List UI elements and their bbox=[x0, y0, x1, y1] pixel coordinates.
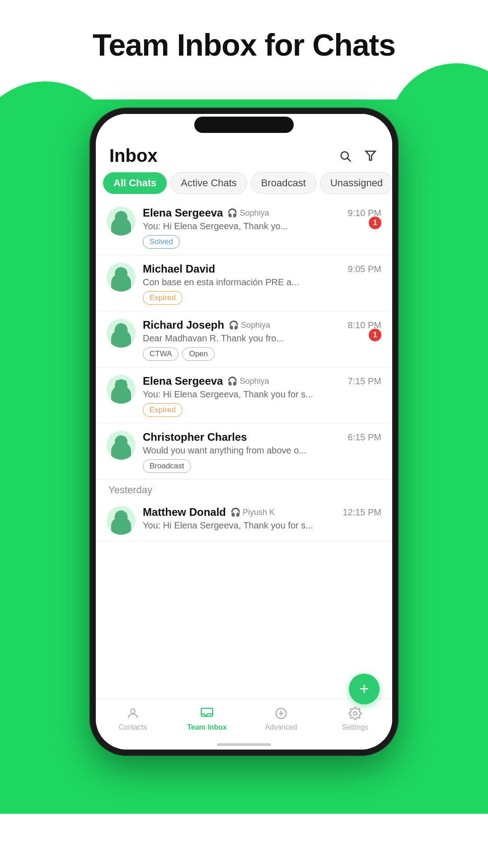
agent-badge: 🎧 Sophiya bbox=[229, 320, 270, 330]
headset-icon: 🎧 bbox=[227, 376, 237, 386]
nav-team-inbox[interactable]: Team Inbox bbox=[170, 703, 244, 733]
chat-top-row: Elena Sergeeva 🎧 Sophiya 7:15 PM bbox=[143, 375, 381, 387]
chat-message: Con base en esta información PRE a... bbox=[143, 277, 381, 288]
chat-name: Matthew Donald bbox=[143, 506, 226, 519]
chat-info: Michael David 9:05 PM Con base en esta i… bbox=[143, 263, 381, 305]
chat-name-row: Michael David bbox=[143, 263, 348, 275]
bg-bottom-left-circle bbox=[0, 705, 99, 832]
chat-tags: Expired bbox=[143, 291, 381, 305]
tag-ctwa: CTWA bbox=[143, 347, 178, 361]
tag-solved: Solved bbox=[143, 235, 180, 249]
chat-name: Elena Sergeeva bbox=[143, 207, 223, 219]
chat-top-row: Matthew Donald 🎧 Piyush K 12:15 PM bbox=[143, 506, 381, 519]
nav-contacts[interactable]: Contacts bbox=[96, 703, 170, 733]
chat-name-row: Matthew Donald 🎧 Piyush K bbox=[143, 506, 343, 519]
phone-frame: Inbox All C bbox=[90, 108, 398, 755]
chat-tags: Broadcast bbox=[143, 459, 381, 473]
tag-expired: Expired bbox=[143, 403, 183, 417]
chat-message: You: Hi Elena Sergeeva, Thank yo... bbox=[143, 221, 381, 231]
agent-badge: 🎧 Sophiya bbox=[227, 208, 269, 218]
notch bbox=[194, 117, 294, 133]
phone-screen: Inbox All C bbox=[96, 114, 392, 750]
chat-top-row: Richard Joseph 🎧 Sophiya 8:10 PM bbox=[143, 319, 381, 331]
avatar bbox=[107, 263, 136, 292]
filter-icon[interactable] bbox=[362, 148, 379, 164]
inbox-title: Inbox bbox=[109, 146, 158, 166]
screen-inner: Inbox All C bbox=[96, 114, 392, 750]
svg-marker-2 bbox=[366, 151, 375, 160]
avatar bbox=[107, 319, 136, 348]
tab-broadcast[interactable]: Broadcast bbox=[251, 172, 316, 194]
tab-active-chats[interactable]: Active Chats bbox=[170, 172, 247, 194]
tag-broadcast: Broadcast bbox=[143, 459, 191, 473]
advanced-icon bbox=[273, 705, 289, 722]
chat-name: Richard Joseph bbox=[143, 319, 224, 331]
avatar bbox=[107, 506, 136, 535]
tag-expired: Expired bbox=[143, 291, 183, 305]
chat-time: 7:15 PM bbox=[348, 376, 381, 387]
headset-icon: 🎧 bbox=[230, 507, 240, 517]
tab-all-chats[interactable]: All Chats bbox=[103, 172, 167, 194]
chat-list: Elena Sergeeva 🎧 Sophiya 9:10 PM You: Hi… bbox=[96, 199, 392, 698]
tab-unassigned[interactable]: Unassigned bbox=[320, 172, 392, 194]
bottom-nav: Contacts Team Inbox bbox=[96, 698, 392, 741]
chat-message: You: Hi Elena Sergeeva, Thank you for s.… bbox=[143, 520, 381, 531]
chat-item[interactable]: Christopher Charles 6:15 PM Would you wa… bbox=[96, 424, 392, 480]
chat-tags: CTWA Open bbox=[143, 347, 381, 361]
chat-name-row: Elena Sergeeva 🎧 Sophiya bbox=[143, 375, 348, 387]
agent-badge: 🎧 Piyush K bbox=[230, 507, 275, 517]
page-title: Team Inbox for Chats bbox=[0, 27, 488, 62]
agent-badge: 🎧 Sophiya bbox=[227, 376, 269, 386]
tabs-container: All Chats Active Chats Broadcast Unassig… bbox=[96, 172, 392, 199]
chat-top-row: Michael David 9:05 PM bbox=[143, 263, 381, 275]
settings-icon bbox=[347, 705, 363, 722]
home-indicator bbox=[217, 743, 271, 746]
chat-item[interactable]: Richard Joseph 🎧 Sophiya 8:10 PM Dear Ma… bbox=[96, 311, 392, 368]
svg-line-1 bbox=[347, 158, 350, 161]
chat-message: Would you want anything from above o... bbox=[143, 445, 381, 456]
headset-icon: 🎧 bbox=[227, 208, 237, 218]
chat-time: 12:15 PM bbox=[343, 507, 381, 518]
nav-settings[interactable]: Settings bbox=[318, 703, 392, 733]
agent-name: Sophiya bbox=[241, 321, 270, 330]
nav-settings-label: Settings bbox=[342, 723, 368, 731]
fab-button[interactable]: + bbox=[349, 674, 380, 704]
chat-item[interactable]: Matthew Donald 🎧 Piyush K 12:15 PM You: … bbox=[96, 499, 392, 542]
avatar bbox=[107, 207, 136, 236]
chat-item[interactable]: Michael David 9:05 PM Con base en esta i… bbox=[96, 255, 392, 311]
avatar bbox=[107, 375, 136, 404]
chat-item[interactable]: Elena Sergeeva 🎧 Sophiya 9:10 PM You: Hi… bbox=[96, 199, 392, 255]
chat-info: Richard Joseph 🎧 Sophiya 8:10 PM Dear Ma… bbox=[143, 319, 381, 361]
search-icon[interactable] bbox=[337, 148, 353, 164]
chat-tags: Solved bbox=[143, 235, 381, 249]
nav-advanced[interactable]: Advanced bbox=[244, 703, 318, 733]
section-yesterday: Yesterday bbox=[96, 480, 392, 499]
header-icons bbox=[337, 148, 379, 164]
chat-time: 9:05 PM bbox=[348, 264, 381, 274]
chat-name: Elena Sergeeva bbox=[143, 375, 223, 387]
nav-team-inbox-label: Team Inbox bbox=[187, 723, 227, 731]
nav-advanced-label: Advanced bbox=[265, 723, 297, 731]
svg-point-3 bbox=[131, 709, 135, 713]
chat-name-row: Elena Sergeeva 🎧 Sophiya bbox=[143, 207, 348, 219]
chat-info: Christopher Charles 6:15 PM Would you wa… bbox=[143, 431, 381, 473]
chat-top-row: Elena Sergeeva 🎧 Sophiya 9:10 PM bbox=[143, 207, 381, 219]
chat-info: Elena Sergeeva 🎧 Sophiya 9:10 PM You: Hi… bbox=[143, 207, 381, 249]
agent-name: Piyush K bbox=[243, 508, 275, 517]
chat-top-row: Christopher Charles 6:15 PM bbox=[143, 431, 381, 443]
chat-message: You: Hi Elena Sergeeva, Thank you for s.… bbox=[143, 389, 381, 400]
contacts-icon bbox=[125, 705, 141, 722]
chat-name-row: Richard Joseph 🎧 Sophiya bbox=[143, 319, 348, 331]
headset-icon: 🎧 bbox=[229, 320, 239, 330]
agent-name: Sophiya bbox=[239, 208, 269, 218]
svg-point-10 bbox=[353, 712, 357, 715]
avatar bbox=[107, 431, 136, 460]
nav-contacts-label: Contacts bbox=[118, 723, 147, 731]
agent-name: Sophiya bbox=[239, 377, 269, 386]
chat-info: Elena Sergeeva 🎧 Sophiya 7:15 PM You: Hi… bbox=[143, 375, 381, 417]
chat-item[interactable]: Elena Sergeeva 🎧 Sophiya 7:15 PM You: Hi… bbox=[96, 368, 392, 424]
chat-name: Christopher Charles bbox=[143, 431, 247, 443]
chat-message: Dear Madhavan R. Thank you fro... bbox=[143, 333, 381, 344]
chat-time: 6:15 PM bbox=[348, 432, 381, 443]
chat-tags: Expired bbox=[143, 403, 381, 417]
